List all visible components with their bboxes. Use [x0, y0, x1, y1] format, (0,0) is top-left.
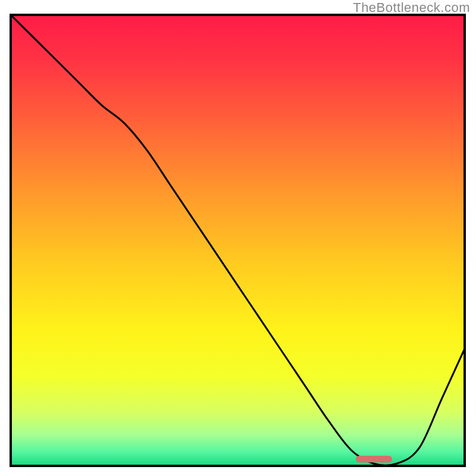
target-marker — [356, 456, 392, 462]
chart-container: TheBottleneck.com — [0, 0, 476, 476]
bottleneck-chart — [0, 0, 476, 476]
watermark-text: TheBottleneck.com — [353, 0, 470, 15]
